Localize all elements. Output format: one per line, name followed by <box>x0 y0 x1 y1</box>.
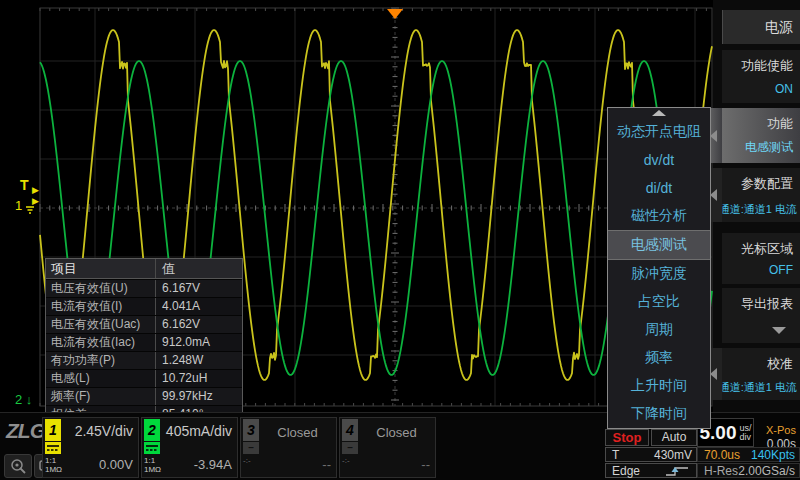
measurement-table-header: 项目 值 <box>46 259 242 279</box>
ch1-level-arrow-icon[interactable]: ▶ <box>32 196 39 206</box>
measurement-row: 有功功率(P)1.248W <box>46 351 242 369</box>
scroll-up-icon <box>652 110 666 116</box>
channel-4-badge[interactable]: 4 <box>342 419 358 441</box>
sidebar-item-function-enable[interactable]: 功能使能 ON <box>722 50 800 103</box>
measurement-row: 电感(L)10.72uH <box>46 369 242 387</box>
channel-4-offset: -- <box>421 457 430 472</box>
trigger-level-arrow-icon[interactable]: ▶ <box>32 185 39 195</box>
channel-1-block[interactable]: 1 1:1 1MΩ 2.45V/div 0.00V <box>42 417 139 478</box>
menu-item-frequency[interactable]: 频率 <box>608 344 710 372</box>
trigger-mode-button[interactable]: Auto <box>651 429 697 446</box>
dc-coupling-icon <box>144 442 160 454</box>
sidebar-item-function[interactable]: 功能 电感测试 <box>722 108 800 163</box>
channel-4-coupling: – <box>342 442 358 454</box>
channel-1-scale: 2.45V/div <box>75 423 133 439</box>
acquisition-info-box: 70.0us 140Kpts <box>697 447 800 462</box>
menu-item-magnetic-analysis[interactable]: 磁性分析 <box>608 202 710 230</box>
menu-item-dvdt[interactable]: dv/dt <box>608 146 710 174</box>
channel-2-probe: 1:1 1MΩ <box>144 456 161 474</box>
menu-item-inductance-test[interactable]: 电感测试 <box>608 230 710 260</box>
touch-mode-button[interactable] <box>4 454 32 478</box>
channel-3-badge[interactable]: 3 <box>243 419 259 441</box>
calibration-value: 通道:通道1 电流 <box>719 380 797 395</box>
sample-rate: 2.00GSa/s <box>738 465 795 478</box>
channel-1-badge[interactable]: 1 <box>45 419 61 441</box>
rising-edge-icon <box>664 466 690 477</box>
time-span: 70.0us <box>704 449 740 462</box>
memory-depth: 140Kpts <box>751 449 795 462</box>
touch-icon <box>9 458 27 474</box>
channel-4-block[interactable]: 4 – -:- Closed -- <box>339 417 436 478</box>
measurement-row: 电压有效值(U)6.167V <box>46 279 242 297</box>
dc-coupling-icon <box>45 442 61 454</box>
trigger-level-value: 430mV <box>654 449 692 462</box>
ground-icon <box>25 206 35 215</box>
hres-label: H-Res <box>704 465 738 478</box>
menu-item-dynamic-on-resistance[interactable]: 动态开点电阻 <box>608 118 710 146</box>
sidebar-item-export-report[interactable]: 导出报表 <box>722 288 800 343</box>
trigger-level-label: T <box>20 177 29 193</box>
sidebar-item-cursor-area[interactable]: 光标区域 OFF <box>722 233 800 284</box>
channel-2-badge[interactable]: 2 <box>144 419 160 441</box>
measurement-row: 电流有效值(Iac)912.0mA <box>46 333 242 351</box>
chevron-left-icon <box>710 189 717 201</box>
channel-3-coupling: – <box>243 442 259 454</box>
trigger-source: T <box>612 449 619 462</box>
menu-item-rise-time[interactable]: 上升时间 <box>608 372 710 400</box>
export-dropdown-arrow[interactable] <box>772 327 786 334</box>
sidebar-item-calibration[interactable]: 校准 通道:通道1 电流 <box>722 348 800 400</box>
channel-3-probe: -:- <box>243 456 251 465</box>
measurement-row: 频率(F)99.97kHz <box>46 387 242 405</box>
trigger-type: Edge <box>612 465 640 478</box>
function-value: 电感测试 <box>745 139 793 156</box>
channel-3-block[interactable]: 3 – -:- Closed -- <box>240 417 337 478</box>
oscilloscope-screen: T ▶ 1 ▶ 2 ↓ 项目 值 电压有效值(U)6.167V 电流有效值(I)… <box>0 0 800 480</box>
measurement-row: 电流有效值(I)4.041A <box>46 297 242 315</box>
sidebar-menu: 电源 功能使能 ON 功能 电感测试 参数配置 通道:通道1 电流 光标区域 O… <box>713 0 800 480</box>
ch2-zero-marker[interactable]: 2 ↓ <box>15 392 32 407</box>
trigger-type-box[interactable]: Edge <box>605 463 697 478</box>
cursor-area-state: OFF <box>769 263 793 277</box>
channel-1-offset: 0.00V <box>99 457 133 472</box>
channel-4-probe: -:- <box>342 456 350 465</box>
sidebar-item-parameter-config[interactable]: 参数配置 通道:通道1 电流 <box>722 168 800 222</box>
menu-item-pulse-width[interactable]: 脉冲宽度 <box>608 260 710 288</box>
chevron-down-icon <box>772 327 786 334</box>
timebase-unit-bottom: div <box>739 432 751 442</box>
channel-2-block[interactable]: 2 1:1 1MΩ 405mA/div -3.94A <box>141 417 238 478</box>
col-value: 值 <box>156 259 242 278</box>
channel-4-state: Closed <box>362 425 431 440</box>
function-enable-state: ON <box>775 82 793 96</box>
menu-scroll-up[interactable] <box>608 108 710 118</box>
menu-item-duty-cycle[interactable]: 占空比 <box>608 288 710 316</box>
channel-3-state: Closed <box>263 425 332 440</box>
chevron-left-icon <box>710 130 717 142</box>
trigger-position-marker[interactable] <box>387 9 403 19</box>
measurement-table: 项目 值 电压有效值(U)6.167V 电流有效值(I)4.041A 电压有效值… <box>45 258 243 414</box>
chevron-left-icon <box>710 368 717 380</box>
col-item: 项目 <box>46 259 156 278</box>
channel-1-probe: 1:1 1MΩ <box>45 456 62 474</box>
ch1-zero-marker[interactable]: 1 <box>15 198 22 213</box>
run-stop-button[interactable]: Stop <box>605 429 649 446</box>
channel-2-offset: -3.94A <box>194 457 232 472</box>
trigger-level-box[interactable]: T 430mV <box>605 447 697 462</box>
menu-item-didt[interactable]: di/dt <box>608 174 710 202</box>
sample-rate-box: H-Res 2.00GSa/s <box>697 463 800 478</box>
function-dropdown-menu: 动态开点电阻 dv/dt di/dt 磁性分析 电感测试 脉冲宽度 占空比 周期… <box>607 107 711 429</box>
parameter-config-value: 通道:通道1 电流 <box>719 202 797 217</box>
channel-3-offset: -- <box>322 457 331 472</box>
menu-item-fall-time[interactable]: 下降时间 <box>608 400 710 428</box>
measurement-row: 电压有效值(Uac)6.162V <box>46 315 242 333</box>
channel-2-scale: 405mA/div <box>166 423 232 439</box>
xpos-box[interactable]: X-Pos 0.00s <box>753 418 799 447</box>
menu-item-period[interactable]: 周期 <box>608 316 710 344</box>
sidebar-title-power: 电源 <box>722 10 800 44</box>
